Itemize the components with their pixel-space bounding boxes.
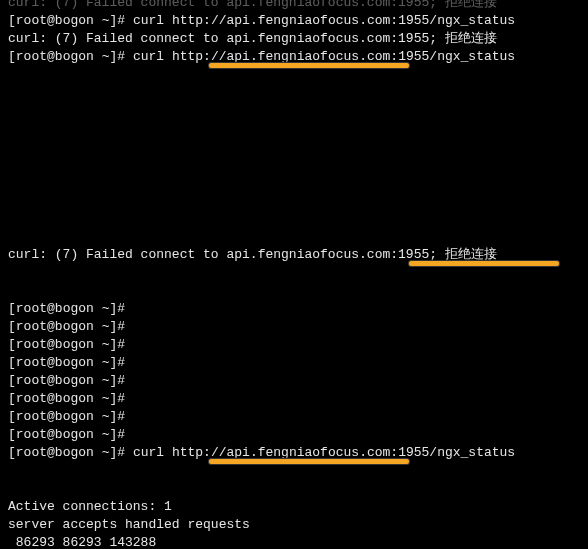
p-c: ]# [109, 337, 132, 352]
prompt-sp [94, 13, 102, 28]
p-o: [ [8, 319, 16, 334]
p-h: bogon [55, 391, 94, 406]
p-c: ]# [109, 373, 132, 388]
p-s [94, 373, 102, 388]
p-o: [ [8, 355, 16, 370]
p-u: root [16, 355, 47, 370]
p-u: root [16, 301, 47, 316]
empty-prompt-5: [root@bogon ~]# [8, 372, 580, 390]
p-a: @ [47, 373, 55, 388]
p-o: [ [8, 373, 16, 388]
p-o: [ [8, 301, 16, 316]
p-a: @ [47, 391, 55, 406]
empty-prompt-4: [root@bogon ~]# [8, 354, 580, 372]
prompt-close: ]# [109, 49, 132, 64]
blank-gap [8, 102, 580, 246]
p-a: @ [47, 409, 55, 424]
p-o: [ [8, 409, 16, 424]
p-u: root [16, 409, 47, 424]
p-c: ]# [109, 301, 132, 316]
p-h: bogon [55, 409, 94, 424]
p-h: bogon [55, 373, 94, 388]
prompt-sp [94, 49, 102, 64]
prompt-at: @ [47, 49, 55, 64]
p-s [94, 337, 102, 352]
p-o: [ [8, 445, 16, 460]
p-h: bogon [55, 337, 94, 352]
prompt-line-1: [root@bogon ~]# curl http://api.fengniao… [8, 12, 580, 30]
p-u: root [16, 337, 47, 352]
p-s [94, 319, 102, 334]
highlight-marker-2 [408, 260, 560, 267]
p-s [94, 355, 102, 370]
p-c: ]# [109, 427, 132, 442]
empty-prompt-3: [root@bogon ~]# [8, 336, 580, 354]
prompt-line-2: [root@bogon ~]# curl http://api.fengniao… [8, 48, 580, 102]
prompt-close: ]# [109, 13, 132, 28]
output-counts: 86293 86293 143288 [8, 534, 580, 549]
prompt-bracket-open: [ [8, 13, 16, 28]
p-a: @ [47, 337, 55, 352]
p-s [94, 301, 102, 316]
p-a: @ [47, 445, 55, 460]
p-u: root [16, 427, 47, 442]
p-c: ]# [109, 355, 132, 370]
p-a: @ [47, 427, 55, 442]
p-o: [ [8, 337, 16, 352]
highlight-marker-1 [208, 62, 410, 69]
empty-prompt-7: [root@bogon ~]# [8, 408, 580, 426]
output-active-connections: Active connections: 1 [8, 498, 580, 516]
empty-prompt-6: [root@bogon ~]# [8, 390, 580, 408]
p-a: @ [47, 355, 55, 370]
p-c: ]# [109, 319, 132, 334]
empty-prompt-8: [root@bogon ~]# [8, 426, 580, 444]
prompt-user: root [16, 13, 47, 28]
p-o: [ [8, 427, 16, 442]
highlight-marker-3 [208, 458, 410, 465]
error-line-1: curl: (7) Failed connect to api.fengniao… [8, 30, 580, 48]
p-u: root [16, 319, 47, 334]
p-a: @ [47, 301, 55, 316]
command-text: curl http://api.fengniaofocus.com:1955/n… [133, 13, 515, 28]
empty-prompt-2: [root@bogon ~]# [8, 318, 580, 336]
p-h: bogon [55, 319, 94, 334]
p-h: bogon [55, 355, 94, 370]
p-c: ]# [109, 445, 132, 460]
p-h: bogon [55, 445, 94, 460]
p-c: ]# [109, 391, 132, 406]
p-s [94, 391, 102, 406]
prompt-line-success: [root@bogon ~]# curl http://api.fengniao… [8, 444, 580, 498]
terminal-output: curl: (7) Failed connect to api.fengniao… [8, 0, 580, 549]
empty-prompt-1: [root@bogon ~]# [8, 300, 580, 318]
p-h: bogon [55, 427, 94, 442]
prompt-bracket-open: [ [8, 49, 16, 64]
p-a: @ [47, 319, 55, 334]
p-o: [ [8, 391, 16, 406]
p-s [94, 427, 102, 442]
p-h: bogon [55, 301, 94, 316]
prompt-host: bogon [55, 13, 94, 28]
output-server-accepts: server accepts handled requests [8, 516, 580, 534]
p-u: root [16, 445, 47, 460]
prompt-at: @ [47, 13, 55, 28]
p-u: root [16, 373, 47, 388]
p-u: root [16, 391, 47, 406]
prompt-user: root [16, 49, 47, 64]
p-s [94, 445, 102, 460]
p-s [94, 409, 102, 424]
p-c: ]# [109, 409, 132, 424]
error-line-partial: curl: (7) Failed connect to api.fengniao… [8, 0, 580, 12]
error-line-2: curl: (7) Failed connect to api.fengniao… [8, 246, 580, 300]
prompt-host: bogon [55, 49, 94, 64]
